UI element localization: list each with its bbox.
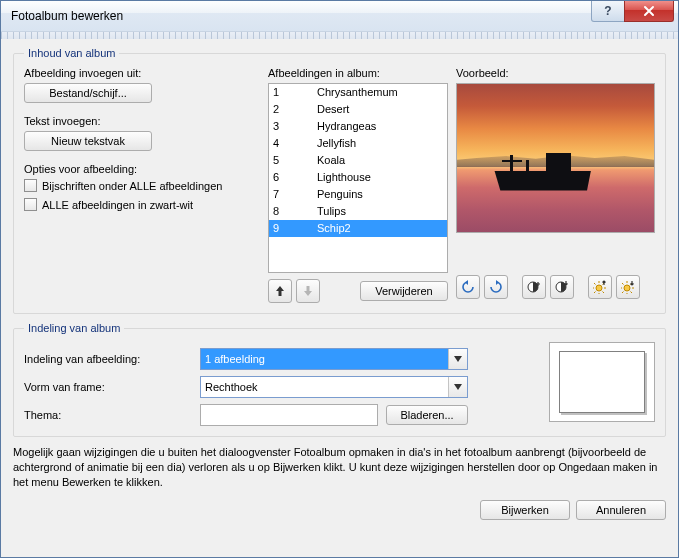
captions-label: Bijschriften onder ALLE afbeeldingen <box>42 180 222 192</box>
list-item[interactable]: 3Hydrangeas <box>269 118 447 135</box>
captions-option[interactable]: Bijschriften onder ALLE afbeeldingen <box>24 179 260 192</box>
svg-line-8 <box>603 292 605 294</box>
rotate-right-icon <box>489 280 503 294</box>
close-button[interactable] <box>624 1 674 22</box>
list-item[interactable]: 4Jellyfish <box>269 135 447 152</box>
theme-label: Thema: <box>24 409 200 421</box>
contrast-up-icon <box>527 280 541 294</box>
list-item-number: 3 <box>273 119 317 134</box>
list-item-number: 8 <box>273 204 317 219</box>
picture-layout-label: Indeling van afbeelding: <box>24 353 200 365</box>
bw-label: ALLE afbeeldingen in zwart-wit <box>42 199 193 211</box>
list-item-number: 1 <box>273 85 317 100</box>
list-item[interactable]: 5Koala <box>269 152 447 169</box>
frame-shape-combo[interactable]: Rechthoek <box>200 376 468 398</box>
list-item[interactable]: 2Desert <box>269 101 447 118</box>
picture-layout-combo[interactable]: 1 afbeelding <box>200 348 468 370</box>
list-item-number: 7 <box>273 187 317 202</box>
titlebar-buttons: ? <box>591 1 678 31</box>
list-item-name: Lighthouse <box>317 170 371 185</box>
close-icon <box>643 5 655 17</box>
options-label: Opties voor afbeelding: <box>24 163 260 175</box>
file-disk-button[interactable]: Bestand/schijf... <box>24 83 152 103</box>
svg-point-2 <box>596 285 602 291</box>
brightness-up-icon <box>593 280 607 294</box>
brightness-up-button[interactable] <box>588 275 612 299</box>
frame-shape-label: Vorm van frame: <box>24 381 200 393</box>
photo-album-dialog: Fotoalbum bewerken ? Inhoud van album Af… <box>0 0 679 558</box>
new-textbox-button[interactable]: Nieuw tekstvak <box>24 131 152 151</box>
svg-line-19 <box>622 292 624 294</box>
list-item-name: Chrysanthemum <box>317 85 398 100</box>
help-icon: ? <box>604 4 611 18</box>
svg-line-16 <box>622 283 624 285</box>
move-down-icon <box>303 285 313 297</box>
list-item-name: Desert <box>317 102 349 117</box>
captions-checkbox[interactable] <box>24 179 37 192</box>
contrast-down-icon <box>555 280 569 294</box>
svg-point-11 <box>624 285 630 291</box>
warning-note: Mogelijk gaan wijzigingen die u buiten h… <box>13 445 666 490</box>
list-item-name: Koala <box>317 153 345 168</box>
list-item[interactable]: 8Tulips <box>269 203 447 220</box>
update-button[interactable]: Bijwerken <box>480 500 570 520</box>
bw-checkbox[interactable] <box>24 198 37 211</box>
svg-line-17 <box>631 292 633 294</box>
move-down-button[interactable] <box>296 279 320 303</box>
list-item[interactable]: 6Lighthouse <box>269 169 447 186</box>
list-item-name: Schip2 <box>317 221 351 236</box>
brightness-down-button[interactable] <box>616 275 640 299</box>
svg-line-7 <box>594 283 596 285</box>
list-item-name: Penguins <box>317 187 363 202</box>
move-up-button[interactable] <box>268 279 292 303</box>
frame-shape-value: Rechthoek <box>201 377 448 397</box>
brightness-down-icon <box>621 280 635 294</box>
insert-image-label: Afbeelding invoegen uit: <box>24 67 260 79</box>
contrast-down-button[interactable] <box>550 275 574 299</box>
right-column: Voorbeeld: <box>456 67 655 303</box>
center-column: Afbeeldingen in album: 1Chrysanthemum2De… <box>268 67 448 303</box>
bw-option[interactable]: ALLE afbeeldingen in zwart-wit <box>24 198 260 211</box>
contrast-up-button[interactable] <box>522 275 546 299</box>
svg-line-10 <box>594 292 596 294</box>
move-up-icon <box>275 285 285 297</box>
titlebar: Fotoalbum bewerken ? <box>1 1 678 32</box>
list-item-name: Jellyfish <box>317 136 356 151</box>
album-list-label: Afbeeldingen in album: <box>268 67 448 79</box>
list-item[interactable]: 1Chrysanthemum <box>269 84 447 101</box>
help-button[interactable]: ? <box>591 1 625 22</box>
rotate-right-button[interactable] <box>484 275 508 299</box>
list-item-name: Hydrangeas <box>317 119 376 134</box>
remove-button[interactable]: Verwijderen <box>360 281 448 301</box>
preview-label: Voorbeeld: <box>456 67 655 79</box>
list-item[interactable]: 7Penguins <box>269 186 447 203</box>
list-item-number: 5 <box>273 153 317 168</box>
dropdown-arrow-icon <box>448 377 467 397</box>
layout-thumbnail <box>549 342 655 422</box>
list-item-number: 2 <box>273 102 317 117</box>
insert-text-label: Tekst invoegen: <box>24 115 260 127</box>
rotate-left-button[interactable] <box>456 275 480 299</box>
left-column: Afbeelding invoegen uit: Bestand/schijf.… <box>24 67 260 303</box>
cancel-button[interactable]: Annuleren <box>576 500 666 520</box>
slide-icon <box>559 351 645 413</box>
dialog-client: Inhoud van album Afbeelding invoegen uit… <box>1 39 678 557</box>
theme-input[interactable] <box>200 404 378 426</box>
album-layout-group: Indeling van album Indeling van afbeeldi… <box>13 322 666 437</box>
picture-layout-value: 1 afbeelding <box>201 349 448 369</box>
album-listbox[interactable]: 1Chrysanthemum2Desert3Hydrangeas4Jellyfi… <box>268 83 448 273</box>
list-item-number: 6 <box>273 170 317 185</box>
preview-frame <box>456 83 655 233</box>
preview-image <box>457 84 654 232</box>
album-content-group: Inhoud van album Afbeelding invoegen uit… <box>13 47 666 314</box>
window-title: Fotoalbum bewerken <box>11 9 591 23</box>
album-layout-legend: Indeling van album <box>24 322 124 334</box>
browse-button[interactable]: Bladeren... <box>386 405 468 425</box>
list-item-number: 4 <box>273 136 317 151</box>
dropdown-arrow-icon <box>448 349 467 369</box>
list-item-name: Tulips <box>317 204 346 219</box>
album-content-legend: Inhoud van album <box>24 47 119 59</box>
list-item[interactable]: 9Schip2 <box>269 220 447 237</box>
rotate-left-icon <box>461 280 475 294</box>
list-item-number: 9 <box>273 221 317 236</box>
